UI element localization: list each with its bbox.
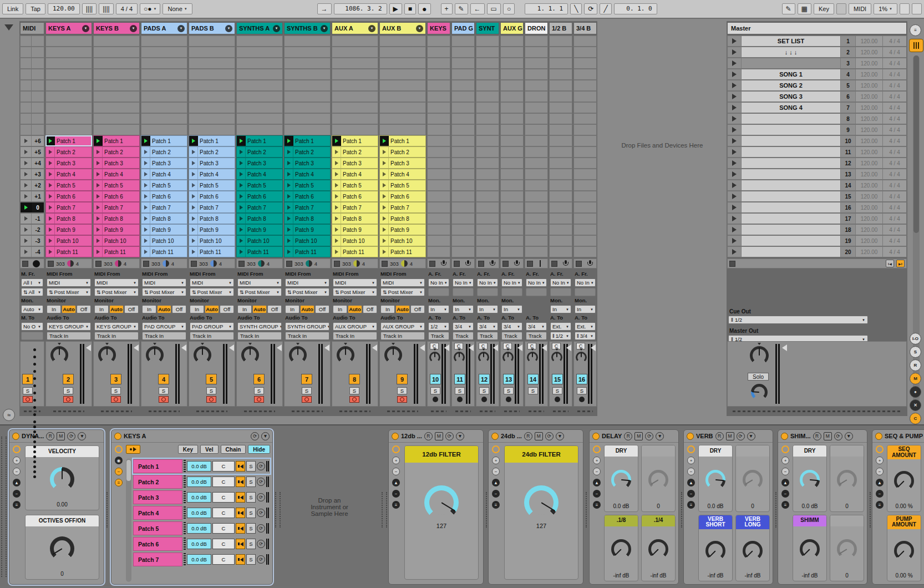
param-list-icon[interactable]: ≡: [13, 501, 21, 509]
scene-time-signature[interactable]: 4 / 4: [883, 147, 906, 157]
monitor-in-button[interactable]: In: [94, 305, 109, 313]
empty-clip-slot[interactable]: [476, 202, 499, 213]
monitor-in-button[interactable]: In: [285, 305, 299, 313]
input-channel-select[interactable]: ⇅Post Mixer▼: [380, 288, 425, 296]
clip-stop-button[interactable]: [48, 261, 54, 267]
empty-clip-slot[interactable]: [451, 180, 475, 191]
chain-solo-button[interactable]: S: [246, 539, 256, 549]
scene-name[interactable]: ↓ ↓ ↓: [742, 47, 841, 57]
clip-slot[interactable]: Patch 4: [189, 169, 235, 180]
output-channel-select[interactable]: ‖3/4▼: [575, 332, 596, 340]
monitor-in-button[interactable]: In: [47, 305, 61, 313]
empty-clip-slot[interactable]: [451, 69, 475, 80]
clip-slot[interactable]: Patch 10: [379, 235, 426, 246]
clip-launch-button[interactable]: [141, 191, 150, 201]
scene-time-signature[interactable]: 4 / 4: [883, 47, 906, 57]
empty-clip-slot[interactable]: [573, 213, 597, 224]
scene-time-signature[interactable]: 4 / 4: [883, 136, 906, 146]
clip-stop-button[interactable]: [286, 261, 292, 267]
solo-button[interactable]: S: [349, 387, 359, 394]
clip-launch-button[interactable]: [237, 247, 246, 257]
clip-launch-button[interactable]: [332, 180, 341, 190]
scene-tempo[interactable]: 120.00: [856, 214, 883, 224]
clip-slot[interactable]: -4: [20, 246, 44, 257]
input-routing-select[interactable]: No In▼: [428, 278, 449, 287]
rack-tab-key[interactable]: Key: [178, 445, 198, 454]
input-routing-select[interactable]: No In▼: [453, 278, 474, 287]
volume-slider-handle[interactable]: [493, 344, 498, 351]
empty-clip-slot[interactable]: [549, 180, 572, 191]
clip-launch-button[interactable]: [380, 136, 389, 146]
clip-launch-button[interactable]: [189, 158, 198, 168]
pan-knob[interactable]: [384, 346, 402, 364]
empty-clip-slot[interactable]: [45, 80, 92, 91]
track-header-dron[interactable]: DRON: [525, 22, 548, 34]
macro-knob[interactable]: [705, 541, 725, 561]
empty-clip-slot[interactable]: [379, 58, 426, 69]
empty-clip-slot[interactable]: [427, 80, 450, 91]
empty-clip-slot[interactable]: [500, 58, 524, 69]
output-channel-button[interactable]: Track: [453, 332, 474, 340]
scene-name[interactable]: [742, 169, 841, 179]
volume-slider-handle[interactable]: [324, 344, 329, 351]
clip-slot[interactable]: Patch 5: [189, 180, 235, 191]
clip-launch-button[interactable]: [189, 147, 198, 157]
clip-slot[interactable]: Patch 3: [45, 158, 92, 169]
chevron-down-icon[interactable]: ▼: [416, 25, 423, 32]
empty-clip-slot[interactable]: [525, 169, 548, 180]
clip-launch-button[interactable]: [21, 180, 32, 190]
metronome-button[interactable]: ○●▼: [140, 3, 160, 14]
pan-knob[interactable]: [478, 352, 489, 363]
empty-clip-slot[interactable]: [525, 124, 548, 135]
empty-clip-slot[interactable]: [427, 69, 450, 80]
device-activator-led[interactable]: [491, 433, 499, 440]
scene-launch-button[interactable]: [728, 69, 742, 79]
empty-clip-slot[interactable]: [525, 235, 548, 246]
empty-clip-slot[interactable]: [476, 58, 499, 69]
clip-launch-button[interactable]: [380, 247, 389, 257]
pan-knob[interactable]: [576, 352, 587, 363]
track-header-pad-g[interactable]: PAD G: [451, 22, 475, 34]
empty-clip-slot[interactable]: [332, 58, 378, 69]
empty-clip-slot[interactable]: [525, 146, 548, 158]
input-routing-select[interactable]: No In▼: [526, 278, 547, 287]
scene-name[interactable]: [742, 214, 841, 224]
speaker-icon[interactable]: [236, 461, 245, 472]
collapse-icon[interactable]: −: [781, 468, 789, 475]
empty-clip-slot[interactable]: [500, 102, 524, 113]
empty-clip-slot[interactable]: [236, 91, 283, 102]
clip-stop-button[interactable]: [95, 261, 101, 267]
scene-name[interactable]: SONG 2: [742, 80, 841, 90]
empty-clip-slot[interactable]: [573, 235, 597, 246]
clip-launch-button[interactable]: [141, 158, 150, 168]
scrollbar-thumb[interactable]: [913, 55, 919, 233]
empty-clip-slot[interactable]: [427, 158, 450, 169]
arm-button[interactable]: [254, 396, 264, 403]
macro-knob[interactable]: [50, 536, 74, 561]
monitor-off-button[interactable]: Off: [172, 305, 186, 313]
empty-clip-slot[interactable]: [427, 213, 450, 224]
macro-label[interactable]: [642, 445, 675, 457]
input-routing-select[interactable]: MIDI▼: [333, 278, 377, 287]
empty-clip-slot[interactable]: [525, 158, 548, 169]
clip-slot[interactable]: Patch 9: [332, 224, 378, 235]
macro-knob[interactable]: [50, 467, 74, 491]
empty-clip-slot[interactable]: [451, 80, 475, 91]
monitor-off-button[interactable]: Off: [77, 305, 91, 313]
hot-swap-icon[interactable]: ⟳: [545, 432, 554, 440]
empty-clip-slot[interactable]: [500, 146, 524, 158]
clip-slot[interactable]: Patch 1: [236, 135, 283, 146]
monitor-select[interactable]: In▼: [575, 305, 596, 313]
clip-slot[interactable]: Patch 7: [379, 202, 426, 213]
input-channel-select[interactable]: ⇅Post Mixer▼: [237, 288, 282, 296]
clip-launch-button[interactable]: [332, 136, 341, 146]
hot-swap-icon[interactable]: ⟳: [645, 432, 653, 440]
empty-clip-slot[interactable]: [332, 47, 378, 58]
clip-launch-button[interactable]: [21, 136, 32, 146]
chevron-down-icon[interactable]: ▼: [130, 25, 137, 32]
clip-slot[interactable]: Patch 1: [45, 135, 92, 146]
output-routing-select[interactable]: 3/4▼: [477, 322, 498, 331]
macro-knob[interactable]: [894, 471, 914, 491]
output-channel-button[interactable]: Track In: [333, 332, 377, 340]
track-header-aux-b[interactable]: AUX B▼: [379, 22, 426, 34]
